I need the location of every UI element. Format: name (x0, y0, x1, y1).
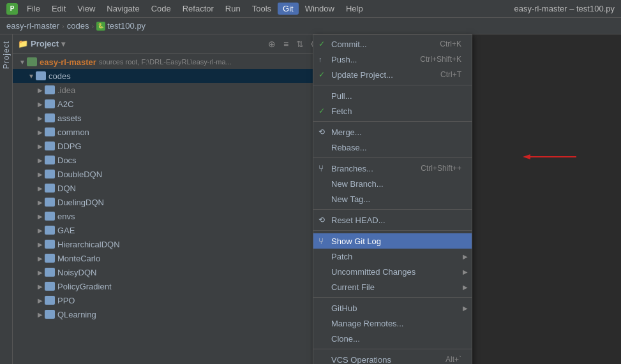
tree-item-label: HierarchicalDQN (57, 240, 120, 249)
project-tab[interactable]: Project (0, 34, 13, 364)
tree-item-label: QLearning (57, 310, 96, 319)
folder-icon (45, 113, 55, 122)
menu-item-push[interactable]: ↑ Push... Ctrl+Shift+K (313, 52, 472, 67)
menu-git[interactable]: Git (278, 3, 299, 15)
sort-icon[interactable]: ⇅ (294, 38, 306, 50)
collapse-icon[interactable]: ≡ (280, 38, 292, 50)
list-item[interactable]: ▶ DDPG (13, 139, 325, 153)
tree-arrow: ▶ (36, 310, 45, 319)
menu-section-4: ⑂ Branches... Ctrl+Shift++ New Branch...… (313, 159, 472, 208)
git-dropdown-menu: ✓ Commit... Ctrl+K ↑ Push... Ctrl+Shift+… (313, 34, 472, 364)
menu-label: Manage Remotes... (331, 319, 461, 328)
tree-codes-icon (36, 71, 46, 80)
menu-separator (313, 209, 472, 210)
menu-item-manage-remotes[interactable]: Manage Remotes... (313, 316, 472, 331)
git-log-icon: ⑂ (318, 236, 329, 246)
list-item[interactable]: ▶ HierarchicalDQN (13, 237, 325, 251)
menu-code[interactable]: Code (146, 3, 176, 15)
list-item[interactable]: ▶ Docs (13, 153, 325, 167)
list-item[interactable]: ▶ MonteCarlo (13, 251, 325, 265)
menu-item-update[interactable]: ✓ Update Project... Ctrl+T (313, 67, 472, 82)
shortcut-label: Alt+` (445, 355, 461, 364)
sidebar-toolbar: ⊕ ≡ ⇅ ⚙ (266, 38, 320, 50)
check-icon: ✓ (318, 40, 329, 48)
menu-tools[interactable]: Tools (247, 3, 276, 15)
menu-refactor[interactable]: Refactor (177, 3, 219, 15)
list-item[interactable]: ▶ DoubleDQN (13, 167, 325, 181)
menu-item-patch[interactable]: Patch (313, 249, 472, 264)
menu-item-merge[interactable]: ⟲ Merge... (313, 124, 472, 140)
tree-item-label: GAE (57, 226, 75, 235)
menu-section-1: ✓ Commit... Ctrl+K ↑ Push... Ctrl+Shift+… (313, 35, 472, 84)
tree-item-label: NoisyDQN (57, 268, 96, 277)
menu-item-commit[interactable]: ✓ Commit... Ctrl+K (313, 36, 472, 52)
menu-window[interactable]: Window (300, 3, 340, 15)
tree-codes-folder[interactable]: ▼ codes (13, 69, 325, 83)
breadcrumb: easy-rl-master › codes › 🐍 test100.py (0, 18, 621, 34)
list-item[interactable]: ▶ NoisyDQN (13, 265, 325, 279)
list-item[interactable]: ▶ .idea (13, 83, 325, 97)
menu-item-uncommitted[interactable]: Uncommitted Changes (313, 264, 472, 279)
list-item[interactable]: ▶ envs (13, 209, 325, 223)
menu-separator (313, 230, 472, 231)
menu-item-branches[interactable]: ⑂ Branches... Ctrl+Shift++ (313, 161, 472, 176)
list-item[interactable]: ▶ A2C (13, 97, 325, 111)
menu-label: Uncommitted Changes (331, 267, 461, 277)
menu-label: New Branch... (331, 179, 461, 189)
folder-icon (45, 226, 55, 235)
menu-item-show-git-log[interactable]: ⑂ Show Git Log (313, 233, 472, 249)
project-tree: ▼ easy-rl-master sources root, F:\DRL-Ea… (13, 54, 325, 364)
tree-root[interactable]: ▼ easy-rl-master sources root, F:\DRL-Ea… (13, 55, 325, 69)
menu-view[interactable]: View (72, 3, 100, 15)
breadcrumb-codes[interactable]: codes (67, 21, 89, 31)
menu-item-new-tag[interactable]: New Tag... (313, 191, 472, 207)
list-item[interactable]: ▶ GAE (13, 223, 325, 237)
menu-label: Push... (331, 55, 415, 64)
breadcrumb-sep-2: › (91, 22, 94, 30)
menu-item-new-branch[interactable]: New Branch... (313, 176, 472, 191)
menu-label: Reset HEAD... (331, 215, 461, 225)
menu-item-pull[interactable]: Pull... (313, 88, 472, 103)
list-item[interactable]: ▶ assets (13, 111, 325, 125)
list-item[interactable]: ▶ PPO (13, 293, 325, 307)
menu-item-current-file[interactable]: Current File (313, 279, 472, 295)
title-bar: P File Edit View Navigate Code Refactor … (0, 0, 621, 18)
menu-item-fetch[interactable]: ✓ Fetch (313, 103, 472, 119)
project-tab-label[interactable]: Project (2, 41, 11, 69)
menu-label: VCS Operations (331, 355, 440, 365)
tree-item-label: A2C (57, 99, 73, 109)
tree-arrow: ▶ (36, 113, 45, 122)
tree-arrow: ▶ (36, 198, 45, 207)
list-item[interactable]: ▶ common (13, 125, 325, 139)
list-item[interactable]: ▶ QLearning (13, 307, 325, 321)
menu-run[interactable]: Run (220, 3, 246, 15)
list-item[interactable]: ▶ DQN (13, 181, 325, 195)
menu-edit[interactable]: Edit (47, 3, 71, 15)
menu-section-7: GitHub Manage Remotes... Clone... (313, 299, 472, 347)
folder-icon (45, 170, 55, 178)
menu-label: New Tag... (331, 194, 461, 204)
folder-icon (45, 142, 55, 150)
menu-item-clone[interactable]: Clone... (313, 331, 472, 346)
breadcrumb-root[interactable]: easy-rl-master (6, 21, 59, 31)
menu-item-github[interactable]: GitHub (313, 300, 472, 316)
folder-icon (45, 184, 55, 193)
sidebar-title: 📁 Project ▾ (18, 39, 262, 48)
menu-item-rebase[interactable]: Rebase... (313, 140, 472, 155)
locate-icon[interactable]: ⊕ (266, 38, 278, 50)
dropdown-arrow[interactable]: ▾ (61, 40, 65, 48)
breadcrumb-file[interactable]: 🐍 test100.py (96, 21, 146, 31)
list-item[interactable]: ▶ PolicyGradient (13, 279, 325, 293)
tree-root-label: easy-rl-master (40, 57, 96, 67)
menu-label: GitHub (331, 303, 461, 313)
menu-item-vcs-operations[interactable]: VCS Operations Alt+` (313, 352, 472, 364)
folder-icon (45, 296, 55, 305)
folder-icon (45, 156, 55, 164)
menu-item-reset[interactable]: ⟲ Reset HEAD... (313, 212, 472, 228)
menu-help[interactable]: Help (341, 3, 368, 15)
list-item[interactable]: ▶ DuelingDQN (13, 195, 325, 209)
menu-file[interactable]: File (22, 3, 45, 15)
tree-codes-label: codes (49, 71, 71, 81)
menu-navigate[interactable]: Navigate (101, 3, 144, 15)
menu-label: Current File (331, 282, 461, 292)
